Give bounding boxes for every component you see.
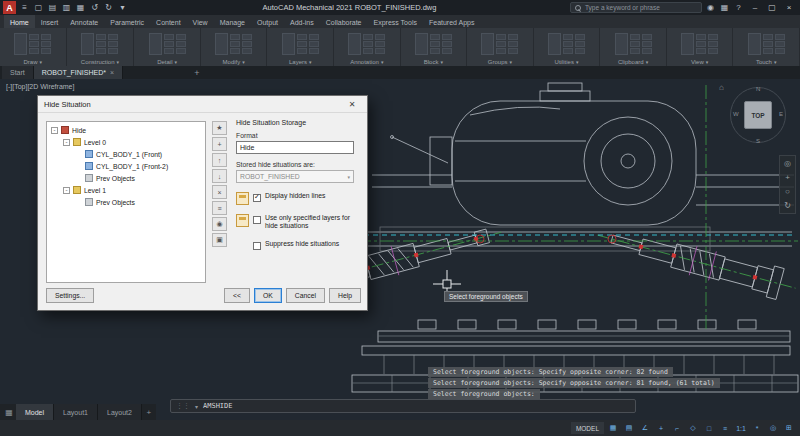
ribbon-tool-icon[interactable]	[363, 34, 373, 40]
delete-icon[interactable]: ×	[212, 185, 227, 199]
ribbon-tool-icon[interactable]	[630, 48, 640, 54]
ribbon-tool-icon[interactable]	[242, 41, 252, 47]
ribbon-tool-icon[interactable]	[708, 41, 718, 47]
ribbon-tool-icon[interactable]	[108, 34, 118, 40]
ribbon-tool-icon[interactable]	[164, 34, 174, 40]
ribbon-tool-icon[interactable]	[615, 33, 628, 55]
ribbon-tool-icon[interactable]	[242, 34, 252, 40]
print-icon[interactable]: ▦	[74, 1, 87, 14]
ribbon-tool-icon[interactable]	[108, 48, 118, 54]
tree-expander-icon[interactable]	[51, 127, 58, 134]
ribbon-tool-icon[interactable]	[496, 41, 506, 47]
ribbon-tool-icon[interactable]	[430, 48, 440, 54]
ribbon-tool-icon[interactable]	[763, 48, 773, 54]
ribbon-panel-label[interactable]: Construction	[70, 57, 131, 66]
tree-item[interactable]: Prev Objects	[47, 172, 205, 184]
option-checkbox[interactable]	[253, 242, 261, 250]
ortho-icon[interactable]: ⌐	[670, 422, 684, 434]
save-icon[interactable]: ▥	[60, 1, 73, 14]
layout-list-icon[interactable]: ▦	[2, 404, 16, 420]
ribbon-tool-icon[interactable]	[348, 33, 361, 55]
ribbon-tool-icon[interactable]	[375, 41, 385, 47]
tree-item[interactable]: Hide	[47, 124, 205, 136]
ribbon-tab[interactable]: View	[187, 15, 214, 28]
ribbon-tool-icon[interactable]	[696, 34, 706, 40]
steering-wheel-icon[interactable]: ◎	[781, 157, 794, 170]
option-checkbox[interactable]	[253, 216, 261, 224]
ribbon-tool-icon[interactable]	[41, 41, 51, 47]
dynamic-input-icon[interactable]: +	[654, 422, 668, 434]
osnap-icon[interactable]: □	[702, 422, 716, 434]
ribbon-tool-icon[interactable]	[415, 33, 428, 55]
ribbon-panel-label[interactable]: Clipboard	[603, 57, 663, 66]
layout-tab[interactable]: Layout1	[54, 404, 98, 420]
ribbon-tool-icon[interactable]	[363, 41, 373, 47]
ribbon-tool-icon[interactable]	[508, 34, 518, 40]
ribbon-panel-label[interactable]: Block	[404, 57, 464, 66]
file-tab[interactable]: Start	[2, 66, 34, 79]
ribbon-tab[interactable]: Insert	[35, 15, 65, 28]
model-toggle[interactable]: MODEL	[571, 422, 604, 434]
ribbon-tool-icon[interactable]	[575, 34, 585, 40]
list-icon[interactable]: ≡	[212, 201, 227, 215]
cancel-button[interactable]: Cancel	[286, 288, 325, 303]
ribbon-tool-icon[interactable]	[108, 41, 118, 47]
ribbon-tool-icon[interactable]	[696, 48, 706, 54]
ribbon-tool-icon[interactable]	[297, 34, 307, 40]
new-layout-button[interactable]: +	[142, 404, 156, 420]
infer-constraints-icon[interactable]: ∠	[638, 422, 652, 434]
viewcube-south[interactable]: S	[756, 138, 760, 144]
ribbon-tool-icon[interactable]	[563, 48, 573, 54]
ribbon-tool-icon[interactable]	[29, 48, 39, 54]
ribbon-tool-icon[interactable]	[96, 41, 106, 47]
tree-expander-icon[interactable]	[63, 139, 70, 146]
ribbon-tool-icon[interactable]	[775, 48, 785, 54]
ribbon-tool-icon[interactable]	[442, 41, 452, 47]
snap-icon[interactable]: ▤	[622, 422, 636, 434]
ribbon-tool-icon[interactable]	[149, 33, 162, 55]
ribbon-tool-icon[interactable]	[242, 48, 252, 54]
ribbon-tool-icon[interactable]	[96, 48, 106, 54]
ribbon-tool-icon[interactable]	[481, 33, 494, 55]
ribbon-tool-icon[interactable]	[775, 34, 785, 40]
command-options-icon[interactable]: ▾	[195, 403, 198, 410]
ribbon-tool-icon[interactable]	[575, 48, 585, 54]
ribbon-tool-icon[interactable]	[375, 34, 385, 40]
viewcube-north[interactable]: N	[756, 86, 760, 92]
ribbon-tool-icon[interactable]	[430, 34, 440, 40]
ribbon-tool-icon[interactable]	[309, 41, 319, 47]
ribbon-panel-label[interactable]: Touch	[736, 57, 796, 66]
ribbon-tool-icon[interactable]	[563, 34, 573, 40]
ribbon-tool-icon[interactable]	[230, 48, 240, 54]
ribbon-panel-label[interactable]: Layers	[270, 57, 330, 66]
ribbon-tool-icon[interactable]	[29, 34, 39, 40]
ok-button[interactable]: OK	[254, 288, 282, 303]
ribbon-tool-icon[interactable]	[309, 48, 319, 54]
open-file-icon[interactable]: ▤	[46, 1, 59, 14]
ribbon-tool-icon[interactable]	[442, 48, 452, 54]
ribbon-tool-icon[interactable]	[176, 34, 186, 40]
display-icon[interactable]: ▣	[212, 233, 227, 247]
ribbon-tool-icon[interactable]	[81, 33, 94, 55]
ribbon-panel-label[interactable]: Groups	[470, 57, 530, 66]
ribbon-tool-icon[interactable]	[14, 33, 27, 55]
close-icon[interactable]	[110, 69, 114, 76]
dialog-title-bar[interactable]: Hide Situation ✕	[38, 96, 367, 113]
format-input[interactable]: Hide	[236, 141, 354, 154]
ribbon-tool-icon[interactable]	[430, 41, 440, 47]
command-line[interactable]: ⋮⋮ ▾ AMSHIDE	[170, 399, 636, 413]
ribbon-panel-label[interactable]: View	[670, 57, 730, 66]
ribbon-tool-icon[interactable]	[642, 34, 652, 40]
ribbon-tool-icon[interactable]	[297, 48, 307, 54]
ribbon-tool-icon[interactable]	[696, 41, 706, 47]
ribbon-panel-label[interactable]: Detail	[137, 57, 197, 66]
workspace-icon[interactable]: *	[750, 422, 764, 434]
move-down-icon[interactable]: ↓	[212, 169, 227, 183]
lineweight-icon[interactable]: ≡	[718, 422, 732, 434]
ribbon-tool-icon[interactable]	[363, 48, 373, 54]
command-bar-grip-icon[interactable]: ⋮⋮	[176, 402, 190, 410]
add-situation-icon[interactable]: +	[212, 137, 227, 151]
viewcube-west[interactable]: W	[733, 111, 739, 117]
ribbon-tool-icon[interactable]	[164, 41, 174, 47]
file-tab[interactable]: ROBOT_FINISHED*	[34, 66, 123, 79]
